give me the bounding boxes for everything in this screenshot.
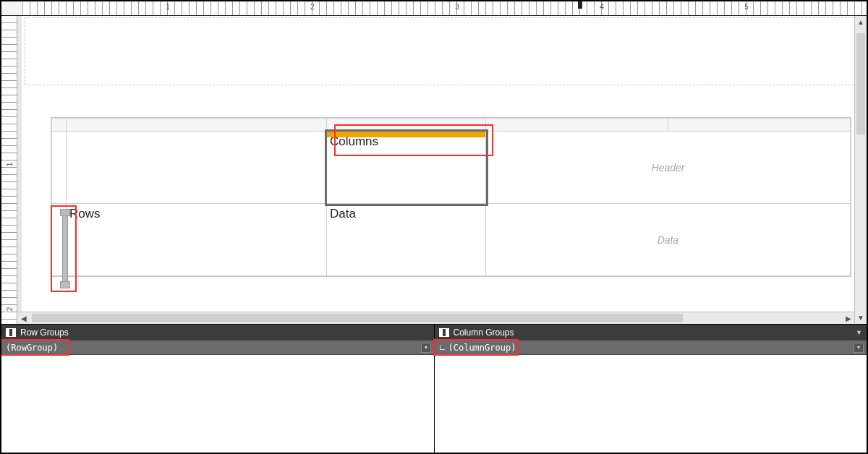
table-icon <box>439 328 449 337</box>
ruler-tick-3: 3 <box>455 3 459 11</box>
data-placeholder-cell[interactable]: Data <box>486 204 851 276</box>
row-groups-panel: Row Groups (RowGroup) ▾ <box>1 325 435 453</box>
horizontal-scrollbar[interactable]: ◀ ▶ <box>17 312 854 324</box>
ruler-corner <box>1 1 23 15</box>
ruler-marker[interactable] <box>578 1 582 9</box>
scroll-right-button[interactable]: ▶ <box>842 312 854 324</box>
data-cell[interactable]: Data <box>327 204 486 276</box>
tablix-corner-cell[interactable] <box>52 132 67 204</box>
data-placeholder-text: Data <box>658 234 679 246</box>
vertical-ruler: 1 2 <box>1 16 17 324</box>
grouping-pane-menu-icon[interactable]: ▼ <box>856 329 862 336</box>
row-group-dropdown-icon[interactable]: ▾ <box>421 343 431 353</box>
scroll-down-button[interactable]: ▼ <box>855 312 867 324</box>
vscroll-thumb[interactable] <box>856 33 865 134</box>
tablix-region[interactable]: Columns Header Rows D <box>51 117 851 277</box>
rows-label: Rows <box>67 204 326 224</box>
ruler-tick-2: 2 <box>310 3 315 11</box>
row-groups-header: Row Groups <box>1 325 434 340</box>
rows-group-cell[interactable]: Rows <box>67 204 327 276</box>
data-label: Data <box>327 204 485 224</box>
tablix-corner-blank[interactable] <box>67 132 327 204</box>
tablix-row-handle[interactable] <box>52 204 67 276</box>
tablix-col-handle-1[interactable] <box>67 119 327 132</box>
horizontal-ruler: 1 2 3 4 5 <box>1 1 867 16</box>
column-groups-header: Column Groups ▼ <box>435 325 867 340</box>
tablix-col-handle-2[interactable] <box>327 119 486 132</box>
column-groups-body <box>435 355 867 453</box>
scroll-up-button[interactable]: ▲ <box>855 16 867 28</box>
column-group-name: (ColumnGroup) <box>448 343 516 353</box>
tablix-handle-corner[interactable] <box>52 119 67 132</box>
column-group-item[interactable]: (ColumnGroup) ▾ <box>435 340 867 355</box>
table-icon <box>6 328 16 337</box>
group-expand-icon[interactable] <box>439 344 446 351</box>
tablix-col-handle-3[interactable] <box>486 119 668 132</box>
hscroll-thumb[interactable] <box>32 314 683 322</box>
design-canvas[interactable]: Example <box>17 16 854 312</box>
ruler-tick-5: 5 <box>744 3 749 11</box>
row-group-name: (RowGroup) <box>6 343 58 353</box>
header-placeholder-text: Header <box>652 162 685 174</box>
columns-group-cell[interactable]: Columns <box>327 132 486 204</box>
tablix-col-handle-4[interactable] <box>668 119 851 132</box>
column-groups-panel: Column Groups ▼ (ColumnGroup) ▾ <box>435 325 867 453</box>
column-groups-title: Column Groups <box>454 327 514 338</box>
column-selection-bar <box>327 132 485 137</box>
row-groups-title: Row Groups <box>20 327 69 338</box>
ruler-tick-4: 4 <box>600 3 604 11</box>
column-group-dropdown-icon[interactable]: ▾ <box>854 343 864 353</box>
grouping-pane: Row Groups (RowGroup) ▾ Column Groups ▼ … <box>1 324 867 453</box>
scroll-left-button[interactable]: ◀ <box>17 312 30 324</box>
ruler-tick-1: 1 <box>166 3 170 11</box>
header-placeholder-cell[interactable]: Header <box>486 132 851 204</box>
vertical-scrollbar[interactable]: ▲ ▼ <box>854 16 867 324</box>
row-groups-body <box>1 355 434 453</box>
row-group-item[interactable]: (RowGroup) ▾ <box>1 340 434 355</box>
